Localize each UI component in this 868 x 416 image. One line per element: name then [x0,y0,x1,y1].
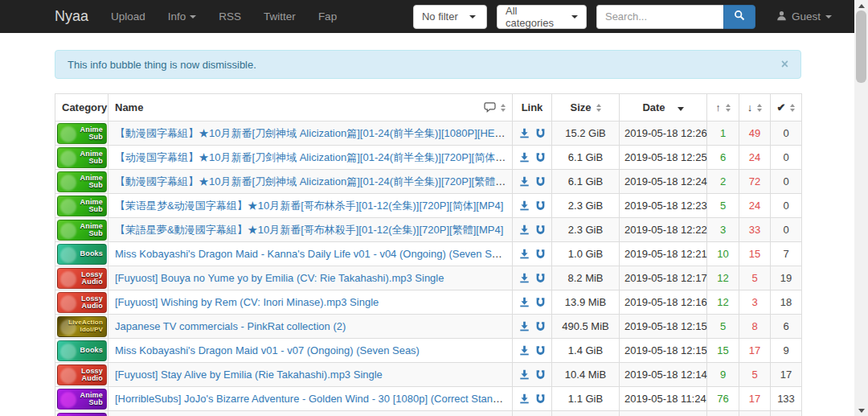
completed-count: 0 [771,170,802,194]
nav-link-fap[interactable]: Fap [307,0,348,33]
download-icon[interactable] [519,224,530,235]
nav-link-upload[interactable]: Upload [100,0,157,33]
download-icon[interactable] [519,393,530,404]
category-icon-audio-lossy[interactable]: LossyAudio [57,365,107,385]
magnet-icon[interactable] [535,321,546,332]
category-icon-anime-sub-en[interactable]: AnimeSub [57,413,107,416]
category-icon-anime-sub-cn[interactable]: AnimeSub [57,220,107,241]
magnet-icon[interactable] [535,128,546,138]
arrow-down-icon: ↓ [747,101,753,113]
leechers-count: 33 [739,218,771,242]
download-icon[interactable] [519,176,530,187]
completed-count: 7 [771,242,802,266]
torrent-name-link[interactable]: [Fuyuost] Bouya no Yume yo by Emilia (CV… [115,272,444,284]
category-select[interactable]: All categories [497,5,587,29]
main-content: This info bubble thing is now dismissibl… [55,33,801,416]
category-icon-audio-lossy[interactable]: LossyAudio [57,292,107,313]
category-icon-books[interactable]: Books [57,340,107,361]
seeders-count: 12 [707,266,739,290]
nav-link-twitter[interactable]: Twitter [252,0,307,33]
scrollbar-thumb[interactable] [856,10,866,83]
category-icon-books[interactable]: Books [57,244,107,265]
close-icon[interactable]: × [781,58,788,71]
torrent-name-link[interactable]: [HorribleSubs] JoJo's Bizarre Adventure … [115,393,513,405]
search-input[interactable] [596,5,723,29]
torrent-name-link[interactable]: 【茉語星夢&動漫國字幕組】★10月新番[哥布林殺手][01-12(全集)][72… [115,224,503,236]
header-leechers[interactable]: ↓ [739,94,771,122]
category-icon-anime-sub-cn[interactable]: AnimeSub [57,147,107,168]
nav-link-info[interactable]: Info [157,0,208,33]
torrent-name-link[interactable]: Miss Kobayashi's Dragon Maid - Kanna's D… [115,248,512,260]
category-icon-anime-sub-en[interactable]: AnimeSub [57,389,107,410]
torrent-name-link[interactable]: Miss Kobayashi's Dragon Maid v01 - v07 (… [115,344,420,356]
category-icon-anime-sub-cn[interactable]: AnimeSub [57,196,107,216]
scroll-up-button[interactable] [854,0,868,11]
table-row: AnimeSub[HorribleSubs] JoJo's Bizarre Ad… [55,387,802,411]
category-icon-anime-sub-cn[interactable]: AnimeSub [57,171,107,192]
torrent-date: 2019-05-18 12:26 [620,122,707,146]
arrow-up-icon: ↑ [715,101,721,113]
filter-select[interactable]: No filter [413,5,487,29]
download-icon[interactable] [519,200,530,211]
navbar: Nyaa UploadInfoRSSTwitterFap No filter A… [0,0,854,33]
torrent-name-link[interactable]: 【動漫國字幕組】★10月新番[刀劍神域 Alicization篇][01-24(… [115,175,513,187]
magnet-icon[interactable] [535,393,546,404]
magnet-icon[interactable] [535,200,546,211]
header-name[interactable]: Name [108,94,513,122]
brand-link[interactable]: Nyaa [55,8,88,25]
magnet-icon[interactable] [535,273,546,283]
header-completed[interactable]: ✔ [771,94,802,122]
header-size[interactable]: Size [552,94,620,122]
magnet-icon[interactable] [535,369,546,380]
leechers-count: 3 [739,290,771,315]
download-icon[interactable] [519,152,530,163]
vertical-scrollbar [854,0,868,416]
torrent-name-link[interactable]: 【動漫國字幕組】★10月新番[刀劍神域 Alicization篇][01-24(… [115,127,513,139]
torrent-date: 2019-05-18 12:23 [620,194,707,218]
torrent-size: 13.9 MiB [552,290,620,315]
torrent-table-body: AnimeSub【動漫國字幕組】★10月新番[刀劍神域 Alicization篇… [55,122,802,416]
seeders-count: 9 [707,363,739,387]
category-icon-liveaction[interactable]: LiveActionIdol/PV [57,316,107,337]
leechers-count: 24 [739,194,771,218]
category-select-value: All categories [506,5,560,29]
header-date[interactable]: Date [620,94,707,122]
download-icon[interactable] [519,273,530,283]
magnet-icon[interactable] [535,176,546,187]
user-menu[interactable]: Guest [776,10,832,23]
download-icon[interactable] [519,369,530,380]
navbar-search-form: No filter All categories [413,5,832,29]
category-icon-audio-lossy[interactable]: LossyAudio [57,268,107,289]
download-icon[interactable] [519,321,530,332]
scroll-down-button[interactable] [854,405,868,416]
download-icon[interactable] [519,128,530,138]
header-category[interactable]: Category [55,94,108,122]
download-icon[interactable] [519,345,530,356]
table-header-row: Category Name Link [55,94,802,122]
nav-link-rss[interactable]: RSS [207,0,252,33]
torrent-date: 2019-05-18 12:17 [620,266,707,290]
download-icon[interactable] [519,297,530,307]
completed-count: 6 [771,315,802,339]
leechers-count: 24 [739,146,771,170]
torrent-name-link[interactable]: 【茉语星梦&动漫国字幕组】★10月新番[哥布林杀手][01-12(全集)][72… [115,200,503,212]
category-icon-anime-sub-cn[interactable]: AnimeSub [57,123,107,144]
torrent-name-link[interactable]: Japanese TV commercials - PinkRat collec… [115,320,346,332]
magnet-icon[interactable] [535,297,546,307]
seeders-count: 2 [707,170,739,194]
search-button[interactable] [723,5,755,29]
header-link[interactable]: Link [513,94,552,122]
torrent-date: 2019-05-18 12:15 [620,339,707,363]
download-icon[interactable] [519,249,530,259]
table-row: BooksMiss Kobayashi's Dragon Maid - Kann… [55,242,802,266]
magnet-icon[interactable] [535,152,546,163]
leechers-count: 15 [739,242,771,266]
magnet-icon[interactable] [535,345,546,356]
torrent-name-link[interactable]: [Fuyuost] Wishing by Rem (CV: Inori Mina… [115,296,379,308]
torrent-date: 2019-05-18 12:25 [620,146,707,170]
magnet-icon[interactable] [535,249,546,259]
magnet-icon[interactable] [535,224,546,235]
header-seeders[interactable]: ↑ [707,94,739,122]
torrent-name-link[interactable]: 【动漫国字幕组】★10月新番[刀剑神域 Alicization篇][01-24(… [115,151,513,163]
torrent-name-link[interactable]: [Fuyuost] Stay Alive by Emilia (Rie Taka… [115,369,383,381]
